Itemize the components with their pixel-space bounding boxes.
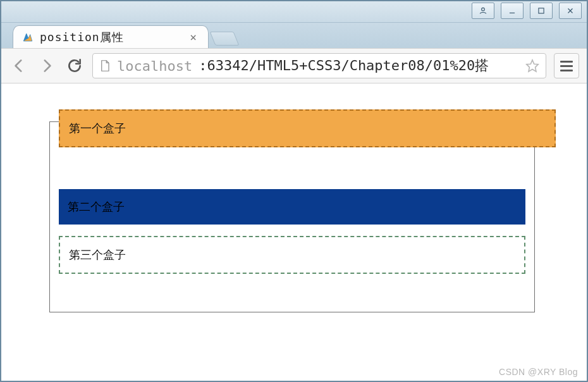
maximize-button[interactable] <box>530 3 553 19</box>
tab-title: position属性 <box>40 30 181 45</box>
box-2: 第二个盒子 <box>59 189 525 225</box>
system-titlebar <box>1 1 587 23</box>
demo-container: 第一个盒子 第二个盒子 第三个盒子 <box>49 121 535 312</box>
user-button[interactable] <box>472 3 494 19</box>
chrome-menu-button[interactable] <box>554 53 579 78</box>
box-3: 第三个盒子 <box>59 236 525 274</box>
tab-strip: position属性 × <box>1 23 587 48</box>
browser-toolbar: localhost:63342/HTML5+CSS3/Chapter08/01%… <box>1 48 587 83</box>
watermark-text: CSDN @XRY Blog <box>499 367 578 377</box>
close-window-button[interactable] <box>559 3 582 19</box>
browser-window: position属性 × localhost:63342/HTML5+CSS3/… <box>0 0 588 382</box>
svg-point-0 <box>482 8 485 11</box>
url-path: :63342/HTML5+CSS3/Chapter08/01%20搭 <box>199 56 489 75</box>
new-tab-button[interactable] <box>210 32 240 46</box>
bookmark-star-icon[interactable] <box>525 59 539 73</box>
box-2-label: 第二个盒子 <box>68 200 125 213</box>
back-button[interactable] <box>9 56 29 76</box>
svg-marker-5 <box>527 60 538 71</box>
address-bar[interactable]: localhost:63342/HTML5+CSS3/Chapter08/01%… <box>92 53 546 78</box>
tab-active[interactable]: position属性 × <box>13 25 209 48</box>
tab-close-icon[interactable]: × <box>187 30 199 44</box>
page-viewport: 第一个盒子 第二个盒子 第三个盒子 CSDN @XRY Blog <box>1 83 587 381</box>
box-1-label: 第一个盒子 <box>69 122 126 135</box>
minimize-button[interactable] <box>501 3 524 19</box>
forward-button[interactable] <box>37 56 57 76</box>
tab-favicon-icon <box>22 32 34 43</box>
box-1: 第一个盒子 <box>59 109 556 147</box>
url-host: localhost <box>117 58 192 74</box>
page-icon <box>99 59 111 73</box>
reload-button[interactable] <box>64 56 85 76</box>
box-3-label: 第三个盒子 <box>69 249 126 261</box>
svg-rect-2 <box>539 8 544 13</box>
